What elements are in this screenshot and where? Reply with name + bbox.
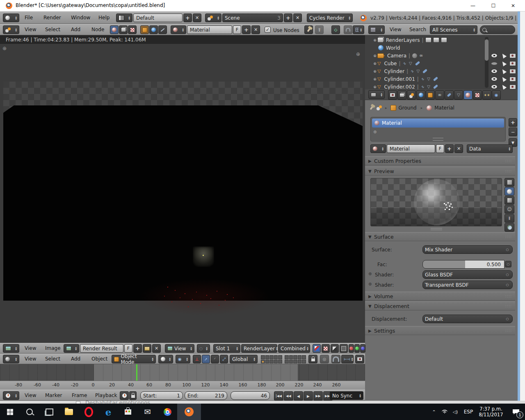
start-button[interactable] bbox=[0, 404, 20, 420]
snap-toggle[interactable] bbox=[344, 25, 352, 34]
channel-rgba-button[interactable] bbox=[313, 344, 321, 353]
play-button[interactable]: ▶ bbox=[304, 391, 313, 401]
material-name-field[interactable]: Material bbox=[187, 25, 232, 34]
channel-alpha-button[interactable] bbox=[322, 344, 330, 353]
render-toggle-cylinder[interactable] bbox=[509, 67, 517, 75]
preview-type-hair-button[interactable]: ⦀ bbox=[504, 214, 514, 223]
image-browse-button[interactable] bbox=[64, 344, 79, 353]
menu-image[interactable]: Image bbox=[41, 343, 65, 354]
panel-preview[interactable]: ▼Preview bbox=[365, 167, 515, 176]
link-mode-select[interactable]: Data bbox=[467, 144, 513, 153]
mode-select[interactable]: Object Mode bbox=[112, 355, 156, 363]
material-add-button[interactable]: + bbox=[242, 25, 251, 34]
render-toggle-camera[interactable] bbox=[509, 52, 517, 59]
store-button[interactable] bbox=[118, 404, 138, 420]
menu-playback[interactable]: Playback bbox=[91, 390, 121, 401]
preview-type-world-button[interactable] bbox=[504, 223, 514, 232]
breadcrumb-material[interactable]: Material bbox=[434, 105, 454, 111]
manipulator-axis-button[interactable]: ⊥ bbox=[193, 355, 201, 363]
fac-socket-button[interactable] bbox=[505, 261, 511, 267]
pass-select[interactable]: Combined bbox=[278, 344, 310, 353]
use-preview-range-button[interactable] bbox=[120, 391, 129, 400]
select-toggle-cylinder-002[interactable] bbox=[500, 83, 508, 89]
tab-object[interactable] bbox=[426, 90, 435, 100]
render-toggle-cylinder-002[interactable] bbox=[509, 83, 517, 89]
expand-icon[interactable]: ⊕ bbox=[372, 85, 377, 89]
panel-surface[interactable]: ▼Surface bbox=[365, 232, 515, 241]
clock-tray[interactable]: 7:37 p.m. 8/11/2017 bbox=[476, 404, 506, 420]
lineart-shader-toggle[interactable] bbox=[158, 25, 167, 34]
layer-grid-left[interactable] bbox=[261, 355, 282, 363]
menu-view[interactable]: View bbox=[21, 24, 40, 35]
editor-type-node-button[interactable] bbox=[3, 25, 19, 34]
editor-type-3dview-button[interactable] bbox=[3, 355, 19, 363]
list-resize-grip[interactable] bbox=[433, 138, 443, 141]
preview-type-cube-button[interactable] bbox=[504, 196, 514, 205]
menu-frame[interactable]: Frame bbox=[68, 390, 91, 401]
wifi-button[interactable] bbox=[439, 404, 450, 420]
panel-settings[interactable]: ▶Settings bbox=[365, 326, 515, 335]
material-browse-button[interactable] bbox=[370, 144, 386, 153]
preview-resize-grip[interactable] bbox=[431, 228, 442, 230]
material-name-field[interactable]: Material bbox=[387, 144, 435, 153]
select-toggle-cube[interactable] bbox=[500, 59, 508, 67]
edge-button[interactable]: e bbox=[98, 404, 118, 420]
tab-material[interactable] bbox=[463, 90, 472, 100]
preview-type-flat-button[interactable] bbox=[504, 178, 514, 187]
compositing-nodes-toggle[interactable] bbox=[119, 25, 128, 34]
proportional-edit-button[interactable]: ◎ bbox=[320, 355, 329, 363]
editor-type-info-button[interactable] bbox=[3, 14, 19, 22]
layout-delete-button[interactable]: ✕ bbox=[193, 14, 201, 22]
blender-taskbar-button[interactable] bbox=[177, 404, 201, 420]
slot-remove-button[interactable]: − bbox=[509, 128, 517, 136]
outliner-row-world[interactable]: World bbox=[365, 44, 518, 52]
chrome-button[interactable] bbox=[158, 404, 177, 420]
image-name-field[interactable]: Render Result bbox=[80, 344, 123, 353]
fake-user-button[interactable]: F bbox=[436, 144, 444, 153]
image-fake-user-button[interactable]: F bbox=[124, 344, 132, 353]
editor-type-image-button[interactable] bbox=[3, 344, 19, 353]
menu-select[interactable]: Select bbox=[41, 24, 64, 35]
scene-icon-button[interactable] bbox=[205, 14, 221, 22]
use-nodes-checkbox[interactable] bbox=[265, 27, 271, 33]
action-center-button[interactable]: 1 bbox=[507, 404, 525, 420]
next-keyframe-button[interactable]: ▶▶ bbox=[313, 391, 323, 401]
timeline-view[interactable]: -80 -60 -40 -20 0 20 40 60 80 100 120 14… bbox=[0, 364, 365, 390]
node-group-button[interactable]: ◇ bbox=[331, 25, 340, 34]
pin-button[interactable] bbox=[304, 25, 313, 34]
renderlayer-icon[interactable] bbox=[441, 37, 447, 43]
editor-type-properties-button[interactable] bbox=[368, 90, 385, 99]
image-unlink-button[interactable]: ✕ bbox=[152, 344, 161, 353]
tab-render-layers[interactable] bbox=[397, 90, 406, 100]
menu-add[interactable]: Add bbox=[67, 24, 84, 35]
slot-add-button[interactable]: + bbox=[509, 118, 517, 127]
menu-render[interactable]: Render bbox=[39, 12, 65, 23]
layer-select[interactable]: RenderLayer bbox=[241, 344, 277, 353]
pin-icon[interactable] bbox=[370, 106, 373, 110]
outliner-scope-select[interactable]: All Scenes bbox=[430, 25, 477, 34]
hide-toggle-cylinder[interactable] bbox=[490, 67, 498, 75]
panel-displacement[interactable]: ▼Displacement bbox=[365, 301, 515, 310]
fac-slider[interactable]: 0.500 bbox=[422, 260, 504, 269]
hide-toggle-cylinder-002[interactable] bbox=[490, 83, 498, 89]
displacement-select[interactable]: Default bbox=[422, 315, 513, 323]
menu-help[interactable]: Help bbox=[94, 12, 114, 23]
renderlayer-icon[interactable] bbox=[425, 37, 431, 43]
tab-constraints[interactable]: ∞ bbox=[435, 90, 444, 100]
menu-image-view[interactable]: View bbox=[21, 343, 40, 354]
preview-type-sphere-button[interactable] bbox=[504, 187, 514, 196]
image-add-button[interactable]: + bbox=[133, 344, 142, 353]
go-parent-node-button[interactable]: ⬆ bbox=[315, 25, 324, 34]
file-explorer-button[interactable] bbox=[59, 404, 79, 420]
current-frame-field[interactable]: 46 bbox=[231, 391, 270, 400]
end-frame-field[interactable]: End:219 bbox=[185, 391, 227, 400]
blender-splash-icon[interactable] bbox=[360, 15, 367, 21]
surface-select[interactable]: Mix Shader bbox=[422, 245, 513, 254]
object-shader-toggle[interactable] bbox=[140, 25, 149, 34]
material-add-button[interactable]: + bbox=[445, 144, 454, 153]
orientation-select[interactable]: Global bbox=[230, 355, 258, 363]
slot-select[interactable]: Slot 1 bbox=[213, 344, 240, 353]
menu-timeline-view[interactable]: View bbox=[21, 390, 40, 401]
scene-delete-button[interactable]: ✕ bbox=[293, 14, 302, 22]
lock-frame-button[interactable] bbox=[129, 391, 137, 400]
